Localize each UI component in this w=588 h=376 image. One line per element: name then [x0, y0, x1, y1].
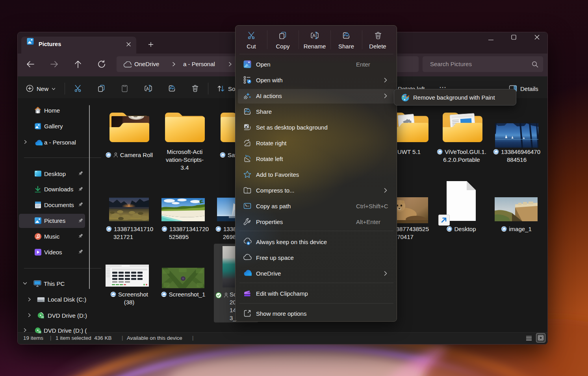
svg-text:A: A	[146, 86, 149, 91]
svg-text:A: A	[312, 33, 315, 38]
